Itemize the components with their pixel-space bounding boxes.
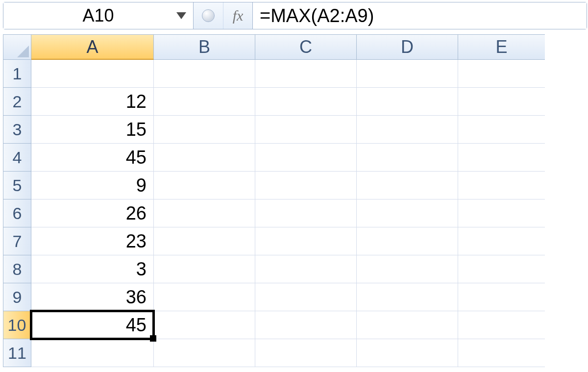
cell-D5[interactable]	[357, 172, 458, 199]
cell-A1[interactable]	[31, 60, 154, 88]
row-header-9[interactable]: 9	[3, 283, 31, 311]
active-cell-ref: A10	[82, 5, 114, 26]
formula-input[interactable]: =MAX(A2:A9)	[253, 2, 587, 29]
row-label: 3	[13, 120, 22, 139]
cell-B11[interactable]	[154, 339, 255, 367]
row-label: 5	[13, 176, 22, 195]
row-header-1[interactable]: 1	[3, 60, 31, 88]
cell-C5[interactable]	[255, 172, 357, 199]
cell-C7[interactable]	[255, 227, 357, 255]
cell-D9[interactable]	[357, 283, 458, 311]
cell-A2[interactable]: 12	[31, 88, 154, 116]
cell-E1[interactable]	[458, 60, 545, 88]
cell-D1[interactable]	[357, 60, 458, 88]
cell-D7[interactable]	[357, 227, 458, 255]
cell-E11[interactable]	[458, 339, 545, 367]
fx-button[interactable]: fx	[223, 2, 252, 29]
cell-B3[interactable]	[154, 116, 255, 144]
row-header-8[interactable]: 8	[3, 255, 31, 283]
col-header-C[interactable]: C	[255, 34, 357, 60]
cell-C4[interactable]	[255, 144, 357, 172]
cell-D4[interactable]	[357, 144, 458, 172]
col-header-B[interactable]: B	[154, 34, 255, 60]
cell-B7[interactable]	[154, 227, 255, 255]
cell-value: 36	[126, 287, 147, 308]
cell-value: 45	[126, 315, 147, 336]
cell-D11[interactable]	[357, 339, 458, 367]
cell-C10[interactable]	[255, 311, 357, 339]
cell-D6[interactable]	[357, 199, 458, 227]
row-label: 2	[13, 92, 22, 111]
row-9: 9 36	[3, 283, 587, 311]
col-label: E	[495, 37, 507, 57]
cell-C8[interactable]	[255, 255, 357, 283]
cell-E7[interactable]	[458, 227, 545, 255]
row-header-10[interactable]: 10	[3, 311, 31, 339]
cell-A9[interactable]: 36	[31, 283, 154, 311]
cell-A11[interactable]	[31, 339, 154, 367]
name-box[interactable]: A10	[3, 2, 194, 29]
cell-D8[interactable]	[357, 255, 458, 283]
col-header-D[interactable]: D	[357, 34, 458, 60]
column-headers: A B C D E	[3, 34, 587, 60]
cell-C6[interactable]	[255, 199, 357, 227]
cell-A7[interactable]: 23	[31, 227, 154, 255]
col-header-A[interactable]: A	[31, 34, 154, 60]
cell-value: 3	[136, 259, 147, 280]
cell-C11[interactable]	[255, 339, 357, 367]
cell-E10[interactable]	[458, 311, 545, 339]
cell-E8[interactable]	[458, 255, 545, 283]
row-label: 11	[8, 344, 26, 363]
row-label: 10	[8, 316, 26, 335]
cell-E5[interactable]	[458, 172, 545, 199]
row-10: 10 45	[3, 311, 587, 339]
row-header-4[interactable]: 4	[3, 144, 31, 172]
cell-B10[interactable]	[154, 311, 255, 339]
cell-E3[interactable]	[458, 116, 545, 144]
cell-A4[interactable]: 45	[31, 144, 154, 172]
cell-A5[interactable]: 9	[31, 172, 154, 199]
fx-icon: fx	[233, 7, 244, 24]
cancel-button[interactable]	[194, 2, 223, 29]
select-all-corner[interactable]	[3, 34, 31, 60]
row-4: 4 45	[3, 144, 587, 172]
fill-handle[interactable]	[150, 335, 156, 342]
row-header-5[interactable]: 5	[3, 172, 31, 199]
cell-E4[interactable]	[458, 144, 545, 172]
cell-value: 45	[126, 147, 147, 168]
cell-B6[interactable]	[154, 199, 255, 227]
row-5: 5 9	[3, 172, 587, 199]
cell-B1[interactable]	[154, 60, 255, 88]
cell-B8[interactable]	[154, 255, 255, 283]
cell-A6[interactable]: 26	[31, 199, 154, 227]
cell-value: 9	[136, 175, 147, 196]
cell-D10[interactable]	[357, 311, 458, 339]
cell-D3[interactable]	[357, 116, 458, 144]
row-header-6[interactable]: 6	[3, 199, 31, 227]
cell-C9[interactable]	[255, 283, 357, 311]
row-label: 9	[13, 288, 22, 307]
cell-C1[interactable]	[255, 60, 357, 88]
cell-A3[interactable]: 15	[31, 116, 154, 144]
cell-D2[interactable]	[357, 88, 458, 116]
formula-text: =MAX(A2:A9)	[260, 5, 374, 26]
row-header-7[interactable]: 7	[3, 227, 31, 255]
cell-E6[interactable]	[458, 199, 545, 227]
cell-E9[interactable]	[458, 283, 545, 311]
name-box-dropdown-icon[interactable]	[176, 12, 186, 19]
cell-B4[interactable]	[154, 144, 255, 172]
cell-A10[interactable]: 45	[31, 311, 154, 339]
cell-B5[interactable]	[154, 172, 255, 199]
cell-B2[interactable]	[154, 88, 255, 116]
row-11: 11	[3, 339, 587, 367]
cell-B9[interactable]	[154, 283, 255, 311]
cell-E2[interactable]	[458, 88, 545, 116]
row-header-2[interactable]: 2	[3, 88, 31, 116]
cell-C2[interactable]	[255, 88, 357, 116]
row-header-3[interactable]: 3	[3, 116, 31, 144]
cell-A8[interactable]: 3	[31, 255, 154, 283]
cell-C3[interactable]	[255, 116, 357, 144]
col-header-E[interactable]: E	[458, 34, 545, 60]
row-header-11[interactable]: 11	[3, 339, 31, 367]
col-label: C	[299, 37, 312, 57]
